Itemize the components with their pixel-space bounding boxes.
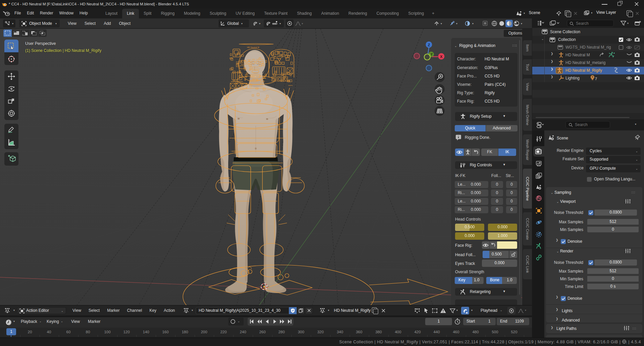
svg-text:460: 460 [453, 330, 459, 334]
svg-text:140: 140 [143, 330, 149, 334]
svg-text:400: 400 [395, 330, 401, 334]
svg-text:20: 20 [28, 330, 32, 334]
svg-text:220: 220 [220, 330, 227, 334]
svg-text:260: 260 [259, 330, 265, 334]
svg-text:180: 180 [182, 330, 188, 334]
svg-text:120: 120 [123, 330, 130, 334]
svg-text:480: 480 [472, 330, 479, 334]
svg-text:240: 240 [240, 330, 246, 334]
svg-text:280: 280 [278, 330, 285, 334]
svg-text:80: 80 [86, 330, 90, 334]
svg-text:HD Neutral M: HD Neutral M [247, 46, 259, 48]
svg-text:500: 500 [492, 330, 498, 334]
svg-text:360: 360 [356, 330, 362, 334]
svg-text:340: 340 [337, 330, 343, 334]
svg-text:320: 320 [317, 330, 324, 334]
svg-text:1: 1 [626, 342, 627, 344]
svg-text:Y: Y [431, 53, 433, 56]
svg-text:X: X [440, 55, 443, 59]
svg-text:380: 380 [375, 330, 382, 334]
svg-text:160: 160 [162, 330, 168, 334]
svg-text:420: 420 [414, 330, 420, 334]
svg-text:520: 520 [511, 330, 517, 334]
svg-text:440: 440 [433, 330, 440, 334]
svg-text:100: 100 [104, 330, 110, 334]
svg-text:60: 60 [66, 330, 71, 334]
svg-text:40: 40 [47, 330, 51, 334]
svg-text:200: 200 [201, 330, 207, 334]
svg-text:300: 300 [298, 330, 304, 334]
svg-text:Z: Z [428, 43, 430, 47]
